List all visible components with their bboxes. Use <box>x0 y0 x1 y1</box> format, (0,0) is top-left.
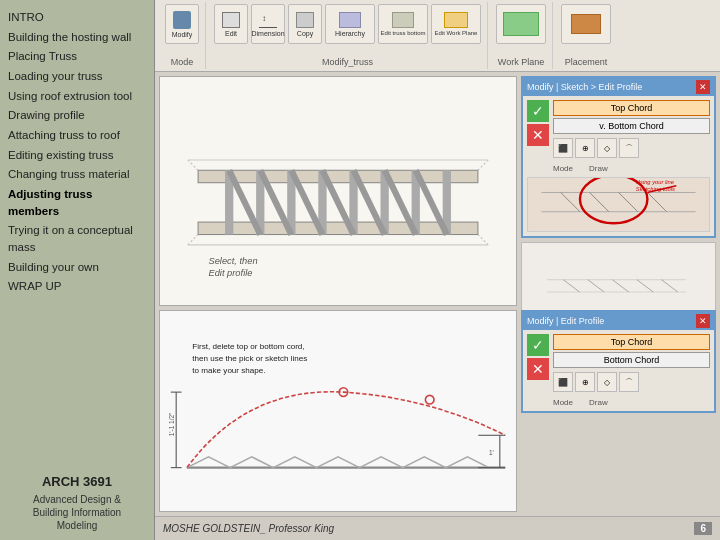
main-content: Modify Mode Edit ↕ Dimension C <box>155 0 720 540</box>
ribbon-section-modify-truss: Edit ↕ Dimension Copy Hierarchy <box>208 2 488 69</box>
svg-text:Edit profile: Edit profile <box>208 268 252 278</box>
toolbar-btn-1[interactable]: ⬛ <box>553 138 573 158</box>
modal-options: Top Chord v. Bottom Chord ⬛ ⊕ ◇ ⌒ Mode D… <box>553 100 710 173</box>
bottom-right-panel: Modify | Edit Profile ✕ ✓ ✕ Top Chord Bo… <box>521 310 716 512</box>
annotation-area: Using your line Sketching tools <box>527 177 710 232</box>
toolbar-btn-3[interactable]: ◇ <box>597 138 617 158</box>
ribbon-btn-edit-workplane[interactable]: Edit Work Plane <box>431 4 481 44</box>
sidebar-item-7[interactable]: Editing existing truss <box>6 146 148 165</box>
sidebar-item-11[interactable]: Building your own <box>6 258 148 277</box>
sidebar-nav: INTROBuilding the hosting wallPlacing Tr… <box>6 8 148 464</box>
ribbon-section-placement: Placement <box>555 2 617 69</box>
sidebar-item-5[interactable]: Drawing profile <box>6 106 148 125</box>
ribbon-btn-modify[interactable]: Modify <box>165 4 199 44</box>
placement-icon <box>571 14 601 34</box>
bottom-top-chord-btn[interactable]: Top Chord <box>553 334 710 350</box>
sidebar-item-6[interactable]: Attaching truss to roof <box>6 126 148 145</box>
ribbon-btn-copy[interactable]: Copy <box>288 4 322 44</box>
bottom-toolbar-btn-4[interactable]: ⌒ <box>619 372 639 392</box>
arch-title: ARCH 3691 <box>6 474 148 489</box>
modal-close-btn[interactable]: ✕ <box>696 80 710 94</box>
sidebar-item-0[interactable]: INTRO <box>6 8 148 27</box>
edit-truss-icon <box>392 12 414 28</box>
hierarchy-icon <box>339 12 361 28</box>
sidebar-item-2[interactable]: Placing Truss <box>6 47 148 66</box>
ribbon-btn-hierarchy[interactable]: Hierarchy <box>325 4 375 44</box>
footer-page-number: 6 <box>694 522 712 535</box>
arch-subtitle: Advanced Design &Building InformationMod… <box>6 493 148 532</box>
mode-label: Mode <box>553 164 573 173</box>
copy-icon <box>296 12 314 28</box>
sketch-preview-svg: Using your line Sketching tools <box>528 178 709 231</box>
ribbon-mode-label: Mode <box>171 57 194 67</box>
svg-rect-43 <box>160 327 516 494</box>
bottom-mode-label: Mode <box>553 398 573 407</box>
top-row: Select, then Edit profile Modify | Sketc… <box>159 76 716 306</box>
svg-text:1': 1' <box>489 449 494 456</box>
ribbon-btn-workplane2[interactable] <box>496 4 546 44</box>
bottom-modal-cancel-btn[interactable]: ✕ <box>527 358 549 380</box>
ribbon-section-workplane: Work Plane <box>490 2 553 69</box>
bottom-toolbar-btn-2[interactable]: ⊕ <box>575 372 595 392</box>
sidebar-item-9[interactable]: Adjusting truss members <box>6 185 148 220</box>
bottom-row: First, delete top or bottom cord, then u… <box>159 310 716 512</box>
modal-confirm-btn[interactable]: ✓ <box>527 100 549 122</box>
svg-text:Sketching tools: Sketching tools <box>636 186 675 192</box>
edit-icon <box>222 12 240 28</box>
bottom-modal-close-btn[interactable]: ✕ <box>696 314 710 328</box>
modify-icon <box>173 11 191 29</box>
svg-text:to make your shape.: to make your shape. <box>192 366 265 375</box>
bottom-modal-options: Top Chord Bottom Chord ⬛ ⊕ ◇ ⌒ Mode Draw <box>553 334 710 407</box>
ribbon-btn-edit[interactable]: Edit <box>214 4 248 44</box>
svg-text:then use the pick or sketch li: then use the pick or sketch lines <box>192 354 307 363</box>
bottom-modal-header: Modify | Edit Profile ✕ <box>523 312 714 330</box>
bottom-toolbar-btn-3[interactable]: ◇ <box>597 372 617 392</box>
ribbon-workplane-label: Work Plane <box>498 57 544 67</box>
modal-toolbar: ⬛ ⊕ ◇ ⌒ <box>553 138 710 158</box>
modal-title: Modify | Sketch > Edit Profile <box>527 82 642 92</box>
ribbon-btn-edit-truss[interactable]: Edit truss bottom <box>378 4 428 44</box>
toolbar-btn-4[interactable]: ⌒ <box>619 138 639 158</box>
bottom-modal-content: ✓ ✕ Top Chord Bottom Chord ⬛ ⊕ ◇ ⌒ <box>527 334 710 407</box>
bottom-modal-title: Modify | Edit Profile <box>527 316 604 326</box>
modal-header: Modify | Sketch > Edit Profile ✕ <box>523 78 714 96</box>
bottom-modal-confirm-btn[interactable]: ✓ <box>527 334 549 356</box>
bottom-edit-modal: Modify | Edit Profile ✕ ✓ ✕ Top Chord Bo… <box>521 310 716 413</box>
svg-text:First, delete top or bottom co: First, delete top or bottom cord, <box>192 342 304 351</box>
bottom-diagram: First, delete top or bottom cord, then u… <box>159 310 517 512</box>
ribbon-btn-placement[interactable] <box>561 4 611 44</box>
sidebar-item-12[interactable]: WRAP UP <box>6 277 148 296</box>
bottom-bottom-chord-btn[interactable]: Bottom Chord <box>553 352 710 368</box>
bottom-toolbar-btn-1[interactable]: ⬛ <box>553 372 573 392</box>
svg-rect-2 <box>198 170 478 182</box>
bottom-chord-btn[interactable]: v. Bottom Chord <box>553 118 710 134</box>
svg-text:Using your line: Using your line <box>636 179 674 185</box>
right-panel: Modify | Sketch > Edit Profile ✕ ✓ ✕ Top… <box>521 76 716 306</box>
bottom-modal-action-buttons: ✓ ✕ <box>527 334 549 407</box>
ribbon-modify-truss-label: Modify_truss <box>322 57 373 67</box>
ribbon-btn-dimension[interactable]: ↕ Dimension <box>251 4 285 44</box>
sidebar-item-1[interactable]: Building the hosting wall <box>6 28 148 47</box>
content-area: Select, then Edit profile Modify | Sketc… <box>155 72 720 516</box>
modal-content: ✓ ✕ Top Chord v. Bottom Chord ⬛ ⊕ ◇ ⌒ <box>527 100 710 173</box>
modal-cancel-btn[interactable]: ✕ <box>527 124 549 146</box>
sidebar: INTROBuilding the hosting wallPlacing Tr… <box>0 0 155 540</box>
bottom-modal-toolbar: ⬛ ⊕ ◇ ⌒ <box>553 372 710 392</box>
top-chord-btn[interactable]: Top Chord <box>553 100 710 116</box>
edit-profile-modal: Modify | Sketch > Edit Profile ✕ ✓ ✕ Top… <box>521 76 716 238</box>
sidebar-bottom: ARCH 3691 Advanced Design &Building Info… <box>6 464 148 532</box>
ribbon-placement-label: Placement <box>565 57 608 67</box>
ribbon-section-mode: Modify Mode <box>159 2 206 69</box>
sidebar-item-4[interactable]: Using roof extrusion tool <box>6 87 148 106</box>
sidebar-item-3[interactable]: Loading your truss <box>6 67 148 86</box>
draw-label: Draw <box>589 164 608 173</box>
sketch-preview: Using your line Sketching tools <box>527 177 710 232</box>
svg-text:1'-1 1/2": 1'-1 1/2" <box>168 412 175 436</box>
ribbon: Modify Mode Edit ↕ Dimension C <box>155 0 720 72</box>
toolbar-btn-2[interactable]: ⊕ <box>575 138 595 158</box>
sidebar-item-10[interactable]: Trying it on a conceptual mass <box>6 221 148 256</box>
modal-action-buttons: ✓ ✕ <box>527 100 549 173</box>
workplane2-icon <box>503 12 539 36</box>
footer-credit: MOSHE GOLDSTEIN_ Professor King <box>163 523 334 534</box>
sidebar-item-8[interactable]: Changing truss material <box>6 165 148 184</box>
